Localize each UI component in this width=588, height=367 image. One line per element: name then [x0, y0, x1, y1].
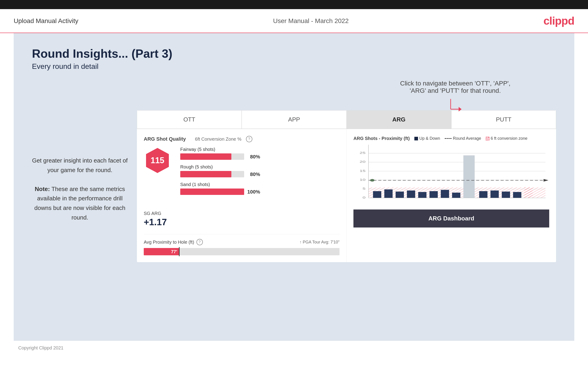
help-icon[interactable]: ?	[246, 136, 252, 142]
nav-annotation-area: Click to navigate between 'OTT', 'APP','…	[400, 80, 510, 115]
copyright-text: Copyright Clippd 2021	[18, 345, 63, 350]
hexagon-value: 115	[151, 156, 164, 165]
chart-header: ARG Shots - Proximity (ft) Up & Down Rou…	[354, 136, 549, 141]
bar-pct-sand: 100%	[247, 189, 260, 195]
legend-conversion: 6 ft conversion zone	[486, 136, 527, 141]
bar-pct-rough: 80%	[250, 171, 260, 177]
svg-rect-28	[491, 191, 499, 198]
bar-pct-fairway: 80%	[250, 154, 260, 160]
main-content: Round Insights... (Part 3) Every round i…	[14, 33, 574, 341]
svg-rect-27	[479, 191, 487, 198]
header: Upload Manual Activity User Manual - Mar…	[0, 9, 588, 33]
nav-annotation-text: Click to navigate between 'OTT', 'APP','…	[400, 80, 510, 94]
arg-dashboard-button[interactable]: ARG Dashboard	[354, 209, 549, 227]
bar-track-sand	[180, 189, 244, 195]
right-panel: OTT APP ARG PUTT ARG Shot Quality 6ft Co…	[137, 110, 556, 262]
chart-title: ARG Shots - Proximity (ft)	[354, 136, 410, 141]
bar-label-sand: Sand (1 shots)	[180, 182, 339, 187]
tab-ott[interactable]: OTT	[137, 110, 242, 129]
svg-rect-30	[513, 192, 521, 198]
legend-round-avg-label: Round Average	[453, 136, 481, 141]
svg-marker-2	[459, 107, 462, 111]
svg-marker-34	[544, 179, 548, 182]
bar-track-fairway	[180, 153, 244, 160]
sg-value: +1.17	[144, 217, 339, 227]
svg-text:5: 5	[363, 187, 365, 190]
svg-rect-25	[452, 193, 460, 198]
legend-up-down: Up & Down	[414, 136, 440, 141]
note-label: Note:	[35, 185, 50, 192]
proximity-header: Avg Proximity to Hole (ft) ? ↑ PGA Tour …	[144, 239, 339, 245]
legend-hatched-icon	[486, 137, 489, 141]
bars-chart-svg: 0 5 10 15 20 25	[354, 145, 549, 209]
chart-panel: ARG Shots - Proximity (ft) Up & Down Rou…	[346, 129, 556, 262]
bar-track-rough	[180, 171, 244, 177]
proximity-bar-value: 77'	[171, 249, 177, 254]
svg-rect-23	[429, 191, 438, 198]
sg-section: SG ARG +1.17	[144, 206, 339, 227]
conversion-bars: Fairway (5 shots) 80% Rough	[180, 147, 339, 200]
proximity-bar-track: 77'	[144, 248, 339, 255]
proximity-label: Avg Proximity to Hole (ft) ?	[144, 239, 203, 245]
left-text-part1: Get greater insight into each facet of y…	[32, 157, 128, 174]
panel-header: ARG Shot Quality 6ft Conversion Zone % ?	[144, 136, 339, 142]
legend-square-icon	[414, 137, 418, 141]
svg-text:15: 15	[360, 169, 365, 173]
chart-container: 0 5 10 15 20 25	[354, 145, 549, 209]
svg-rect-18	[373, 191, 381, 198]
svg-rect-21	[407, 191, 415, 198]
svg-text:0: 0	[363, 196, 365, 199]
hexagon-score: 115	[144, 147, 171, 174]
bar-row-rough: Rough (5 shots) 80%	[180, 164, 339, 178]
arg-quality-panel: ARG Shot Quality 6ft Conversion Zone % ?…	[137, 129, 346, 262]
proximity-bar-fill: 77'	[144, 248, 179, 255]
legend-round-avg: Round Average	[445, 136, 481, 141]
page-title: Round Insights... (Part 3)	[32, 47, 556, 60]
bar-fill-fairway	[180, 153, 231, 160]
legend-conversion-label: 6 ft conversion zone	[491, 136, 527, 141]
svg-rect-26	[463, 155, 475, 198]
svg-rect-20	[396, 192, 404, 198]
bar-fill-sand	[180, 189, 244, 195]
svg-rect-31	[524, 187, 533, 198]
page-subtitle: Every round in detail	[32, 62, 556, 71]
bar-row-fairway: Fairway (5 shots) 80%	[180, 147, 339, 161]
bar-row-sand: Sand (1 shots) 100%	[180, 182, 339, 196]
svg-rect-24	[441, 190, 449, 198]
hexagon-container: 115 Fairway (5 shots)	[144, 147, 339, 200]
subtitle-label: User Manual - March 2022	[273, 17, 349, 25]
svg-text:20: 20	[360, 160, 365, 163]
svg-rect-22	[418, 192, 426, 198]
bar-label-rough: Rough (5 shots)	[180, 164, 339, 170]
bar-fill-rough	[180, 171, 231, 177]
tab-app[interactable]: APP	[242, 110, 346, 129]
bar-label-fairway: Fairway (5 shots)	[180, 147, 339, 152]
dashboard-layout: Get greater insight into each facet of y…	[32, 110, 556, 262]
conversion-label: 6ft Conversion Zone %	[195, 137, 242, 142]
left-text-panel: Get greater insight into each facet of y…	[32, 110, 128, 222]
proximity-section: Avg Proximity to Hole (ft) ? ↑ PGA Tour …	[144, 234, 339, 255]
sg-label: SG ARG	[144, 211, 339, 216]
shot-quality-label: ARG Shot Quality	[144, 136, 186, 142]
svg-text:10: 10	[360, 178, 365, 182]
nav-arrow-icon	[446, 97, 464, 115]
top-bar	[0, 0, 588, 9]
proximity-help-icon[interactable]: ?	[197, 239, 203, 245]
proximity-label-text: Avg Proximity to Hole (ft)	[144, 240, 194, 245]
legend-dashed-icon	[445, 138, 451, 139]
svg-rect-19	[384, 189, 392, 198]
svg-text:25: 25	[360, 151, 365, 155]
panel-body: ARG Shot Quality 6ft Conversion Zone % ?…	[137, 129, 556, 262]
pga-avg-label: ↑ PGA Tour Avg: 7'10"	[300, 240, 339, 245]
clippd-logo: clippd	[544, 15, 574, 27]
svg-rect-29	[502, 192, 510, 198]
legend-up-down-label: Up & Down	[419, 136, 440, 141]
svg-point-33	[370, 179, 375, 182]
upload-manual-label: Upload Manual Activity	[14, 17, 78, 25]
footer: Copyright Clippd 2021	[0, 341, 588, 355]
proximity-cursor	[179, 247, 180, 256]
